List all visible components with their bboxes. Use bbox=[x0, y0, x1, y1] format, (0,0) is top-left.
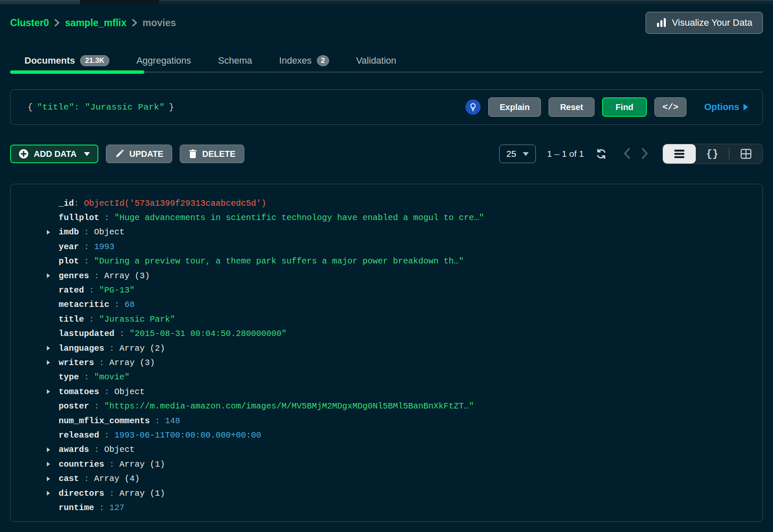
breadcrumb-collection-current: movies bbox=[143, 17, 176, 29]
field-separator: : bbox=[94, 503, 109, 513]
field-key: cast bbox=[59, 474, 79, 484]
expand-caret-icon[interactable] bbox=[46, 447, 59, 453]
document-field-row: _id : ObjectId('573a1399f29313caabcedc5d… bbox=[46, 196, 754, 210]
breadcrumb-cluster-link[interactable]: Cluster0 bbox=[10, 17, 49, 29]
delete-button[interactable]: DELETE bbox=[180, 145, 244, 163]
field-value: "During a preview tour, a theme park suf… bbox=[94, 256, 464, 266]
expand-caret-icon[interactable] bbox=[46, 490, 59, 496]
field-key: imdb bbox=[59, 227, 79, 237]
expand-caret-icon[interactable] bbox=[46, 389, 59, 395]
table-view-icon bbox=[741, 149, 751, 159]
refresh-button[interactable] bbox=[595, 148, 608, 160]
tab-schema[interactable]: Schema bbox=[218, 50, 252, 72]
query-input[interactable]: { "title": "Jurassic Park" } bbox=[27, 102, 174, 112]
document-field-row: plot : "During a preview tour, a theme p… bbox=[46, 254, 754, 269]
field-separator: : bbox=[150, 416, 165, 426]
tab-documents[interactable]: Documents 21.3K bbox=[24, 50, 109, 72]
json-view-button[interactable]: {} bbox=[696, 144, 729, 164]
find-button[interactable]: Find bbox=[602, 97, 647, 117]
field-key: tomatoes bbox=[59, 387, 99, 397]
field-key: released bbox=[59, 430, 99, 440]
view-switcher: {} bbox=[662, 144, 763, 164]
expand-caret-icon[interactable] bbox=[46, 476, 59, 482]
tab-validation[interactable]: Validation bbox=[356, 50, 396, 72]
expand-caret-icon[interactable] bbox=[46, 345, 59, 351]
chevron-right-icon bbox=[641, 147, 649, 161]
tab-label: Schema bbox=[218, 55, 252, 66]
breadcrumb-database-link[interactable]: sample_mflix bbox=[65, 17, 127, 29]
update-button[interactable]: UPDATE bbox=[106, 145, 172, 163]
tab-label: Validation bbox=[356, 55, 396, 66]
field-value: Array (2) bbox=[119, 344, 165, 353]
field-value: 148 bbox=[165, 416, 180, 426]
field-key: countries bbox=[59, 459, 104, 469]
expand-caret-icon bbox=[46, 215, 59, 221]
add-data-button[interactable]: ADD DATA bbox=[10, 145, 98, 163]
previous-page-button[interactable] bbox=[623, 147, 631, 161]
tab-label: Aggregations bbox=[136, 55, 191, 66]
collection-page: Cluster0 sample_mflix movies Visualize Y… bbox=[0, 12, 773, 522]
options-button[interactable]: Options bbox=[704, 102, 748, 113]
list-view-button[interactable] bbox=[663, 144, 696, 164]
field-separator: : bbox=[79, 372, 94, 382]
document-field-row: genres : Array (3) bbox=[46, 269, 754, 283]
breadcrumb-chevron-icon bbox=[54, 19, 60, 27]
expand-caret-icon bbox=[46, 302, 59, 308]
field-separator: : bbox=[109, 300, 124, 309]
page-size-value: 25 bbox=[506, 149, 516, 159]
field-key: awards bbox=[59, 445, 89, 454]
expand-caret-icon[interactable] bbox=[46, 273, 59, 279]
field-key: plot bbox=[59, 256, 79, 266]
expand-caret-icon[interactable] bbox=[46, 360, 59, 365]
field-value: 68 bbox=[124, 300, 135, 309]
document-field-row: title : "Jurassic Park" bbox=[46, 312, 754, 326]
reset-button[interactable]: Reset bbox=[549, 97, 594, 117]
lightbulb-icon[interactable] bbox=[465, 99, 481, 115]
toolbar-right: 25 1 – 1 of 1 bbox=[499, 144, 763, 164]
tab-indexes[interactable]: Indexes 2 bbox=[279, 50, 330, 72]
chevron-left-icon bbox=[623, 147, 631, 161]
field-value: "Huge advancements in scientific technol… bbox=[114, 213, 484, 223]
query-open-brace: { bbox=[27, 102, 33, 112]
field-value: "PG-13" bbox=[99, 285, 135, 295]
document-field-row: tomatoes : Object bbox=[46, 384, 754, 399]
field-key: _id bbox=[59, 199, 74, 208]
document-field-row: awards : Object bbox=[46, 443, 754, 457]
expand-caret-icon[interactable] bbox=[46, 461, 59, 467]
window-tab-segment bbox=[0, 0, 80, 4]
expand-caret-icon bbox=[46, 403, 59, 409]
tab-aggregations[interactable]: Aggregations bbox=[136, 50, 191, 72]
breadcrumb-chevron-icon bbox=[132, 19, 138, 27]
field-key: year bbox=[59, 242, 79, 252]
table-view-button[interactable] bbox=[730, 144, 762, 164]
explain-button[interactable]: Explain bbox=[488, 97, 541, 117]
field-key: type bbox=[59, 372, 79, 382]
field-value: "Jurassic Park" bbox=[99, 314, 175, 324]
visualize-your-data-button[interactable]: Visualize Your Data bbox=[646, 12, 763, 34]
export-to-code-button[interactable]: </> bbox=[654, 97, 687, 117]
list-view-icon bbox=[674, 149, 685, 159]
field-key: directors bbox=[59, 489, 104, 498]
plus-circle-icon bbox=[19, 149, 29, 159]
field-value: 1993 bbox=[94, 242, 114, 252]
refresh-icon bbox=[595, 148, 608, 160]
next-page-button[interactable] bbox=[641, 147, 649, 161]
field-separator: : bbox=[79, 227, 94, 237]
field-value: "https://m.media-amazon.com/images/M/MV5… bbox=[104, 401, 474, 411]
field-value: Array (3) bbox=[104, 271, 150, 281]
field-separator: : bbox=[89, 445, 104, 454]
document-field-row: runtime : 127 bbox=[46, 500, 754, 515]
expand-caret-icon bbox=[46, 258, 59, 264]
document-field-row: fullplot : "Huge advancements in scienti… bbox=[46, 210, 754, 225]
document-field-row: type : "movie" bbox=[46, 370, 754, 384]
options-expand-icon bbox=[743, 104, 748, 110]
document-field-row: lastupdated : "2015-08-31 00:04:50.28000… bbox=[46, 327, 754, 341]
field-key: languages bbox=[59, 344, 104, 353]
toolbar-left: ADD DATA UPDATE bbox=[10, 145, 244, 163]
document-card[interactable]: _id : ObjectId('573a1399f29313caabcedc5d… bbox=[10, 184, 763, 522]
expand-caret-icon[interactable] bbox=[46, 229, 59, 235]
document-field-row: poster : "https://m.media-amazon.com/ima… bbox=[46, 399, 754, 413]
field-value: Object bbox=[114, 387, 145, 397]
query-bar: { "title": "Jurassic Park" } Explain Res… bbox=[10, 89, 763, 125]
page-size-select[interactable]: 25 bbox=[499, 145, 536, 163]
